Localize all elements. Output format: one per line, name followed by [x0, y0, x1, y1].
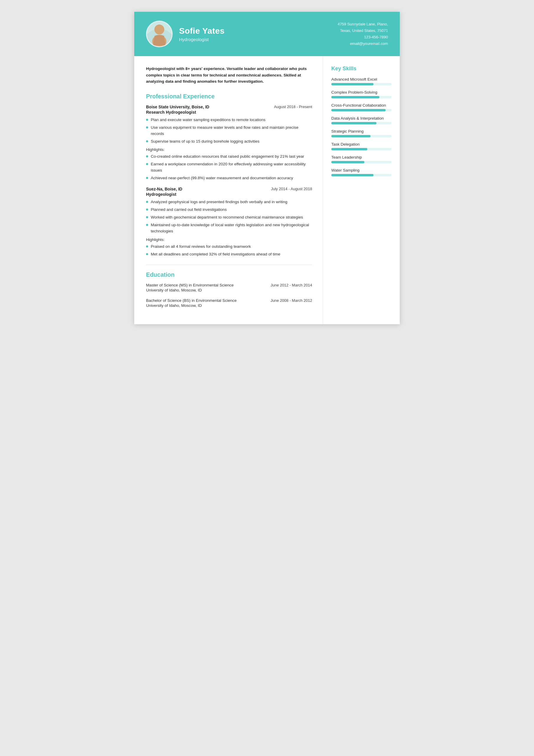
skill-name-2: Cross-Functional Collaboration	[331, 103, 392, 107]
job-entry-2: Suez-Na, Boise, ID July 2014 - August 20…	[146, 187, 312, 257]
job-entry-1: Boise State University, Boise, ID August…	[146, 104, 312, 181]
skill-item-6: Team Leadership	[331, 155, 392, 163]
skill-item-3: Data Analysis & Interpretation	[331, 116, 392, 124]
candidate-title: Hydrogeologist	[179, 37, 224, 42]
skill-item-4: Strategic Planning	[331, 129, 392, 137]
header-left: Sofie Yates Hydrogeologist	[146, 21, 224, 47]
skill-bar-bg-3	[331, 122, 392, 124]
contact-email: email@youremail.com	[338, 40, 388, 47]
bullet-1-1: Plan and execute water sampling expediti…	[146, 117, 312, 123]
job-title-1: Research Hydrogeologist	[146, 110, 312, 115]
job-company-2: Suez-Na, Boise, ID	[146, 187, 182, 191]
edu-degree-1: Master of Science (MS) in Environmental …	[146, 283, 267, 287]
job-dates-2: July 2014 - August 2018	[271, 187, 313, 191]
skill-bar-bg-2	[331, 109, 392, 111]
highlight-2-2: Met all deadlines and completed 32% of f…	[146, 251, 312, 257]
experience-title: Professional Experience	[146, 93, 312, 100]
job-company-1: Boise State University, Boise, ID	[146, 104, 209, 109]
resume-body: Hydrogeologist with 8+ years' experience…	[134, 56, 400, 324]
sidebar: Key Skills Advanced Microsoft Excel Comp…	[323, 56, 400, 324]
skills-list: Advanced Microsoft Excel Complex Problem…	[331, 77, 392, 176]
avatar	[146, 21, 173, 47]
svg-point-1	[154, 24, 164, 35]
header-contact: 4759 Sunnydale Lane, Plano, Texas, Unite…	[338, 21, 388, 47]
edu-dates-1: June 2012 - March 2014	[270, 283, 312, 287]
skill-bar-fill-4	[331, 135, 370, 137]
skill-item-2: Cross-Functional Collaboration	[331, 103, 392, 111]
skill-name-7: Water Sampling	[331, 168, 392, 173]
skill-name-1: Complex Problem-Solving	[331, 90, 392, 94]
skill-name-5: Task Delegation	[331, 142, 392, 147]
experience-section: Professional Experience Boise State Univ…	[146, 93, 312, 257]
highlights-label-2: Highlights:	[146, 237, 312, 242]
bullet-1-2: Use various equipment to measure water l…	[146, 124, 312, 137]
resume-container: Sofie Yates Hydrogeologist 4759 Sunnydal…	[134, 12, 400, 324]
edu-header-1: Master of Science (MS) in Environmental …	[146, 283, 312, 287]
skill-bar-fill-7	[331, 174, 373, 176]
skill-bar-bg-4	[331, 135, 392, 137]
job-header-2: Suez-Na, Boise, ID July 2014 - August 20…	[146, 187, 312, 191]
skill-item-0: Advanced Microsoft Excel	[331, 77, 392, 85]
edu-entry-1: Master of Science (MS) in Environmental …	[146, 283, 312, 292]
skills-title: Key Skills	[331, 66, 392, 72]
contact-city-state: Texas, United States, 75071	[338, 27, 388, 34]
skill-item-5: Task Delegation	[331, 142, 392, 150]
job-dates-1: August 2018 - Present	[274, 104, 312, 109]
main-content: Hydrogeologist with 8+ years' experience…	[134, 56, 323, 324]
resume-header: Sofie Yates Hydrogeologist 4759 Sunnydal…	[134, 12, 400, 56]
job-header-1: Boise State University, Boise, ID August…	[146, 104, 312, 109]
skill-bar-fill-0	[331, 83, 373, 85]
job-bullets-1: Plan and execute water sampling expediti…	[146, 117, 312, 145]
job-bullets-2: Analyzed geophysical logs and presented …	[146, 199, 312, 234]
highlight-1-1: Co-created online education resources th…	[146, 153, 312, 160]
edu-degree-2: Bachelor of Science (BS) in Environmenta…	[146, 298, 267, 303]
bullet-2-3: Worked with geochemical department to re…	[146, 214, 312, 221]
contact-phone: 123-456-7890	[338, 34, 388, 40]
education-title: Education	[146, 271, 312, 278]
job-title-2: Hydrogeologist	[146, 192, 312, 197]
bullet-2-1: Analyzed geophysical logs and presented …	[146, 199, 312, 205]
edu-entry-2: Bachelor of Science (BS) in Environmenta…	[146, 298, 312, 308]
skill-bar-bg-7	[331, 174, 392, 176]
header-name-block: Sofie Yates Hydrogeologist	[179, 26, 224, 42]
skill-name-4: Strategic Planning	[331, 129, 392, 133]
skill-item-7: Water Sampling	[331, 168, 392, 176]
contact-address: 4759 Sunnydale Lane, Plano,	[338, 21, 388, 27]
bullet-1-3: Supervise teams of up to 15 during boreh…	[146, 139, 312, 145]
summary-text: Hydrogeologist with 8+ years' experience…	[146, 66, 312, 85]
bullet-2-4: Maintained up-to-date knowledge of local…	[146, 222, 312, 234]
candidate-name: Sofie Yates	[179, 26, 224, 36]
skill-bar-bg-0	[331, 83, 392, 85]
skill-name-3: Data Analysis & Interpretation	[331, 116, 392, 121]
skill-item-1: Complex Problem-Solving	[331, 90, 392, 98]
education-section: Education Master of Science (MS) in Envi…	[146, 271, 312, 308]
highlights-bullets-1: Co-created online education resources th…	[146, 153, 312, 181]
edu-dates-2: June 2008 - March 2012	[270, 298, 312, 303]
highlights-bullets-2: Praised on all 4 formal reviews for outs…	[146, 244, 312, 257]
skill-bar-fill-3	[331, 122, 376, 124]
summary-section: Hydrogeologist with 8+ years' experience…	[146, 66, 312, 85]
edu-institution-1: University of Idaho, Moscow, ID	[146, 288, 312, 292]
skill-bar-fill-5	[331, 148, 367, 150]
skill-bar-bg-1	[331, 96, 392, 98]
skill-name-0: Advanced Microsoft Excel	[331, 77, 392, 82]
skill-bar-fill-1	[331, 96, 379, 98]
skill-name-6: Team Leadership	[331, 155, 392, 159]
skill-bar-fill-6	[331, 161, 364, 163]
edu-institution-2: University of Idaho, Moscow, ID	[146, 303, 312, 308]
skill-bar-bg-6	[331, 161, 392, 163]
highlight-1-3: Achieved near-perfect (99.8%) water meas…	[146, 175, 312, 181]
skill-bar-bg-5	[331, 148, 392, 150]
highlight-1-2: Earned a workplace commendation in 2020 …	[146, 161, 312, 174]
bullet-2-2: Planned and carried out field investigat…	[146, 207, 312, 213]
edu-header-2: Bachelor of Science (BS) in Environmenta…	[146, 298, 312, 303]
skill-bar-fill-2	[331, 109, 386, 111]
highlights-label-1: Highlights:	[146, 148, 312, 152]
highlight-2-1: Praised on all 4 formal reviews for outs…	[146, 244, 312, 250]
